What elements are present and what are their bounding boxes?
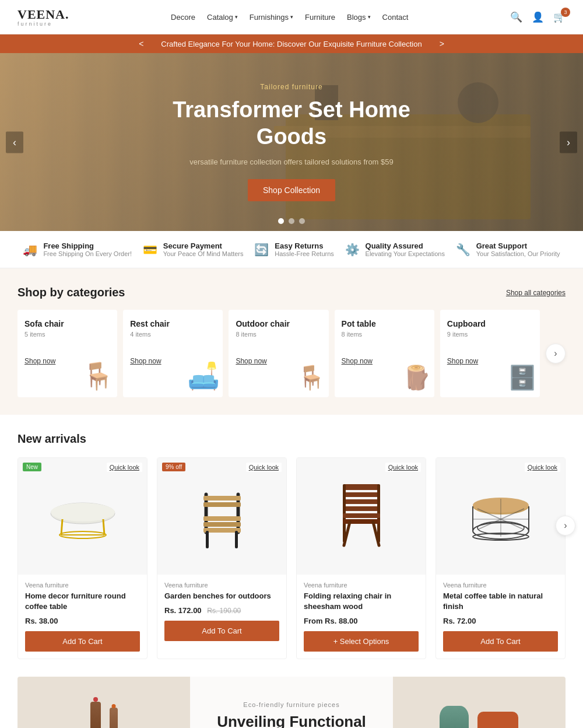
announce-next-button[interactable]: > xyxy=(440,39,444,48)
feature-payment-title: Secure Payment xyxy=(163,242,244,250)
svg-point-5 xyxy=(51,503,115,522)
hero-section: Tailored furniture Transformer Set Home … xyxy=(0,53,583,231)
product-2-brand: Veena furniture xyxy=(164,582,279,589)
returns-icon: 🔄 xyxy=(254,243,269,257)
cat-sofa-shop[interactable]: Shop now xyxy=(24,357,55,365)
categories-next-button[interactable]: › xyxy=(546,344,566,363)
product-card-2: 9% off Quick look xyxy=(157,457,287,659)
product-card-3: Quick look xyxy=(296,457,426,659)
cat-cupboard-shop[interactable]: Shop now xyxy=(447,357,478,365)
svg-rect-21 xyxy=(344,499,379,504)
hero-title: Transformer Set Home Goods xyxy=(169,97,414,150)
category-card-cupboard[interactable]: Cupboard 9 items Shop now 🗄️ xyxy=(440,310,540,397)
product-4-add-button[interactable]: Add To Cart xyxy=(443,631,558,652)
svg-rect-16 xyxy=(235,531,238,548)
cat-outdoor-name: Outdoor chair xyxy=(236,319,321,328)
svg-rect-20 xyxy=(344,492,379,497)
product-1-info: Veena furniture Home decor furniture rou… xyxy=(18,575,147,659)
nav-item-blogs[interactable]: Blogs ▾ xyxy=(347,13,371,22)
product-2-add-button[interactable]: Add To Cart xyxy=(164,621,279,641)
svg-rect-18 xyxy=(203,502,241,507)
hero-next-button[interactable]: › xyxy=(560,131,577,153)
account-icon[interactable]: 👤 xyxy=(532,11,544,23)
announce-prev-button[interactable]: < xyxy=(139,39,143,48)
nav-item-furnishings[interactable]: Furnishings ▾ xyxy=(250,13,293,22)
categories-section: Shop by categories Shop all categories S… xyxy=(0,268,583,415)
product-2-info: Veena furniture Garden benches for outdo… xyxy=(157,575,286,648)
cat-outdoor-count: 8 items xyxy=(236,331,321,338)
product-1-quicklook[interactable]: Quick look xyxy=(107,463,142,472)
logo[interactable]: VEENA. furniture xyxy=(17,7,69,27)
main-nav: Decore Catalog ▾ Furnishings ▾ Furniture… xyxy=(171,13,408,22)
svg-rect-19 xyxy=(344,484,379,490)
category-card-sofa[interactable]: Sofa chair 5 items Shop now 🪑 xyxy=(17,310,117,397)
payment-icon: 💳 xyxy=(143,243,157,257)
new-arrivals-header: New arrivals xyxy=(17,432,566,446)
product-2-quicklook[interactable]: Quick look xyxy=(246,463,282,472)
shipping-icon: 🚚 xyxy=(23,243,37,257)
cupboard-illustration: 🗄️ xyxy=(508,364,537,391)
announce-bar: < Crafted Elegance For Your Home: Discov… xyxy=(0,34,583,53)
svg-line-7 xyxy=(103,519,104,535)
shop-all-categories-link[interactable]: Shop all categories xyxy=(506,289,566,297)
product-4-quicklook[interactable]: Quick look xyxy=(525,463,560,472)
header: VEENA. furniture Decore Catalog ▾ Furnis… xyxy=(0,0,583,34)
svg-line-6 xyxy=(61,519,62,535)
product-card-1: New Quick look Veena furniture Home deco… xyxy=(17,457,147,659)
svg-rect-15 xyxy=(206,531,209,548)
nav-item-contact[interactable]: Contact xyxy=(382,13,409,22)
product-3-select-button[interactable]: + Select Options xyxy=(304,631,419,652)
cat-outdoor-shop[interactable]: Shop now xyxy=(236,357,266,365)
hero-dot-3[interactable] xyxy=(299,218,305,224)
product-2-price-current: Rs. 172.00 xyxy=(164,606,202,615)
search-icon[interactable]: 🔍 xyxy=(510,11,522,23)
feature-returns: 🔄 Easy Returns Hassle-Free Returns xyxy=(254,242,333,257)
product-4-name: Metal coffee table in natural finish xyxy=(443,591,558,612)
categories-title: Shop by categories xyxy=(17,286,125,299)
logo-sub: furniture xyxy=(17,21,69,27)
svg-point-2 xyxy=(458,82,498,123)
product-1-add-button[interactable]: Add To Cart xyxy=(25,631,140,652)
category-card-pot[interactable]: Pot table 8 items Shop now 🪵 xyxy=(335,310,434,397)
hero-prev-button[interactable]: ‹ xyxy=(6,131,23,153)
hero-dot-2[interactable] xyxy=(289,218,294,224)
svg-rect-17 xyxy=(203,496,241,501)
category-card-rest[interactable]: Rest chair 4 items Shop now 🛋️ xyxy=(123,310,223,397)
svg-rect-13 xyxy=(203,522,241,527)
cart-icon[interactable]: 🛒 3 xyxy=(553,11,566,23)
product-4-price: Rs. 72.00 xyxy=(443,617,558,625)
new-arrivals-title: New arrivals xyxy=(17,432,566,446)
product-1-brand: Veena furniture xyxy=(25,582,140,589)
product-3-quicklook[interactable]: Quick look xyxy=(385,463,421,472)
cat-pot-shop[interactable]: Shop now xyxy=(342,357,373,365)
feature-support: 🔧 Great Support Your Satisfaction, Our P… xyxy=(456,242,560,257)
sofa-illustration: 🪑 xyxy=(82,360,114,391)
nav-item-catalog[interactable]: Catalog ▾ xyxy=(207,13,238,22)
products-next-icon: › xyxy=(564,520,567,531)
products-wrapper: New Quick look Veena furniture Home deco… xyxy=(17,457,566,659)
cat-rest-shop[interactable]: Shop now xyxy=(130,357,161,365)
category-card-outdoor[interactable]: Outdoor chair 8 items Shop now 🪑 xyxy=(229,310,328,397)
product-3-price: From Rs. 88.00 xyxy=(304,617,419,625)
product-4-info: Veena furniture Metal coffee table in na… xyxy=(436,575,565,659)
cat-sofa-count: 5 items xyxy=(24,331,110,338)
feature-payment: 💳 Secure Payment Your Peace Of Mind Matt… xyxy=(143,242,244,257)
feature-quality-title: Quality Assured xyxy=(366,242,445,250)
svg-rect-22 xyxy=(344,506,379,511)
products-next-button[interactable]: › xyxy=(556,516,575,536)
announce-text: Crafted Elegance For Your Home: Discover… xyxy=(161,40,422,48)
nav-item-furniture[interactable]: Furniture xyxy=(305,13,335,22)
banner-left-decor xyxy=(17,677,190,728)
nav-item-decore[interactable]: Decore xyxy=(171,13,195,22)
hero-dot-1[interactable] xyxy=(278,218,284,224)
product-2-price: Rs. 172.00 Rs. 190.00 xyxy=(164,606,279,615)
hero-content: Tailored furniture Transformer Set Home … xyxy=(169,83,414,201)
product-2-price-old: Rs. 190.00 xyxy=(207,607,241,615)
categories-header: Shop by categories Shop all categories xyxy=(17,286,566,299)
hero-shop-button[interactable]: Shop Collection xyxy=(248,179,335,201)
products-grid: New Quick look Veena furniture Home deco… xyxy=(17,457,566,659)
support-icon: 🔧 xyxy=(456,243,470,257)
svg-rect-25 xyxy=(343,513,380,518)
banner-center: Eco-friendly furniture pieces Unveiling … xyxy=(190,677,393,728)
banner-eco-label: Eco-friendly furniture pieces xyxy=(243,701,339,708)
